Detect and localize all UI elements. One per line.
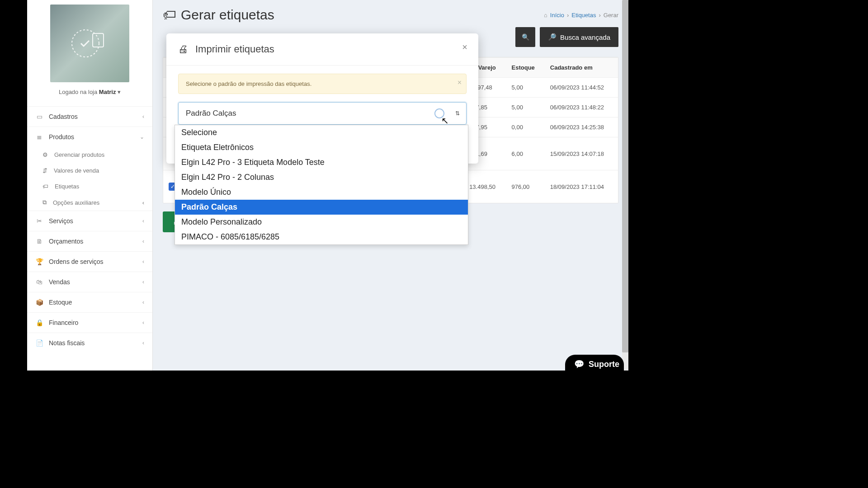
opt-eletronicos[interactable]: Etiqueta Eletrônicos [175,140,468,155]
caret-updown-icon: ⇅ [455,110,460,117]
opt-personal[interactable]: Modelo Personalizado [175,215,468,230]
support-widget[interactable]: 💬 Suporte [565,355,624,383]
modal-layer: 🖨 Imprimir etiquetas × Selecione o padrã… [0,0,868,488]
support-label: Suporte [589,360,619,369]
pattern-dropdown[interactable]: Selecione Etiqueta Eletrônicos Elgin L42… [175,125,468,245]
opt-unico[interactable]: Modelo Único [175,185,468,200]
modal-alert: Selecione o padrão de impressão das etiq… [178,74,467,94]
opt-calcas[interactable]: Padrão Calças [175,200,468,215]
opt-pimaco[interactable]: PIMACO - 6085/6185/6285 [175,230,468,244]
pattern-select[interactable]: Padrão Calças ↖ ⇅ [178,102,467,125]
chat-icon: 💬 [574,359,584,369]
alert-dismiss[interactable]: × [458,79,462,87]
modal-header: 🖨 Imprimir etiquetas × [166,33,478,66]
print-icon: 🖨 [178,43,188,55]
modal-title: Imprimir etiquetas [195,43,274,55]
modal-close-button[interactable]: × [459,42,470,52]
opt-elgin2[interactable]: Elgin L42 Pro - 2 Colunas [175,170,468,185]
opt-selecione[interactable]: Selecione [175,125,468,140]
opt-elgin3[interactable]: Elgin L42 Pro - 3 Etiqueta Modelo Teste [175,155,468,170]
alert-text: Selecione o padrão de impressão das etiq… [186,80,311,87]
select-value: Padrão Calças [186,109,236,117]
